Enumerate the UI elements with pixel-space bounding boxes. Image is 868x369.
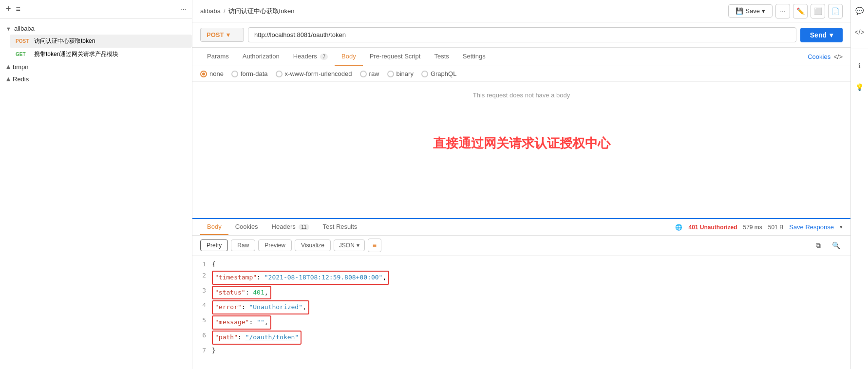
view-button[interactable]: ⬜ xyxy=(811,4,825,18)
save-response-dropdown-icon[interactable]: ▾ xyxy=(840,224,843,230)
more-options-button[interactable]: ··· xyxy=(775,4,790,18)
response-headers-badge: 11 xyxy=(299,224,309,230)
table-row: 3 "status": 401, xyxy=(200,286,843,300)
chevron-icon: ▼ xyxy=(6,26,11,32)
radio-urlencoded-label: x-www-form-urlencoded xyxy=(285,70,352,77)
collection-name: bmpn xyxy=(13,63,29,71)
collection-name: alibaba xyxy=(14,25,35,32)
tab-authorization[interactable]: Authorization xyxy=(236,48,286,66)
response-tab-cookies[interactable]: Cookies xyxy=(228,219,265,235)
chat-icon[interactable]: 💬 xyxy=(853,4,867,18)
item-label: 访问认证中心获取token xyxy=(34,37,95,45)
edit-button[interactable]: ✏️ xyxy=(793,4,808,18)
tab-headers[interactable]: Headers 7 xyxy=(286,48,335,66)
info-icon[interactable]: ℹ xyxy=(853,59,867,73)
no-body-text: This request does not have a body xyxy=(192,82,850,109)
method-dropdown-icon: ▾ xyxy=(226,31,230,38)
doc-button[interactable]: 📄 xyxy=(828,4,843,18)
save-response-link[interactable]: Save Response xyxy=(789,223,834,231)
tab-body[interactable]: Body xyxy=(335,48,363,66)
method-label: POST xyxy=(207,31,224,38)
save-button[interactable]: 💾 Save ▾ xyxy=(728,4,773,18)
json-format-label: JSON xyxy=(339,242,355,249)
table-row: 2 "timestamp": "2021-08-18T08:12:59.808+… xyxy=(200,271,843,285)
headers-badge: 7 xyxy=(320,54,328,60)
url-input[interactable] xyxy=(248,27,796,42)
table-row: 4 "error": "Unauthorized", xyxy=(200,300,843,314)
radio-graphql[interactable]: GraphQL xyxy=(421,70,456,77)
code-snippet-icon[interactable]: </> xyxy=(853,25,867,39)
collection-redis-header[interactable]: ▶ Redis xyxy=(0,73,192,85)
save-label: Save xyxy=(745,7,760,15)
format-raw-button[interactable]: Raw xyxy=(231,240,255,251)
breadcrumb-collection: alibaba xyxy=(200,7,221,15)
chevron-icon: ▶ xyxy=(5,77,11,81)
radio-dot-raw xyxy=(360,71,367,77)
filter-icon[interactable]: ≡ xyxy=(16,5,20,14)
radio-dot-graphql xyxy=(421,71,428,77)
tab-pre-request-script[interactable]: Pre-request Script xyxy=(363,48,428,66)
breadcrumb: alibaba / 访问认证中心获取token xyxy=(200,7,724,16)
radio-binary-label: binary xyxy=(396,70,414,77)
lightbulb-icon[interactable]: 💡 xyxy=(853,80,867,94)
top-bar-actions: 💾 Save ▾ ··· ✏️ ⬜ 📄 xyxy=(728,4,843,18)
response-tab-headers[interactable]: Headers 11 xyxy=(265,219,316,235)
method-badge-post: POST xyxy=(16,38,31,44)
response-tabs-bar: Body Cookies Headers 11 Test Results 🌐 4… xyxy=(192,219,850,236)
filter-icon: ≡ xyxy=(373,241,377,249)
radio-urlencoded[interactable]: x-www-form-urlencoded xyxy=(276,70,352,77)
more-icon: ··· xyxy=(780,7,786,15)
doc-icon: 📄 xyxy=(831,7,840,15)
top-bar: alibaba / 访问认证中心获取token 💾 Save ▾ ··· ✏️ … xyxy=(192,0,850,22)
sidebar-more-icon[interactable]: ··· xyxy=(181,5,186,13)
save-icon: 💾 xyxy=(736,7,743,15)
request-row: POST ▾ Send ▾ xyxy=(192,22,850,48)
radio-none[interactable]: none xyxy=(200,70,224,77)
collection-bmpn-header[interactable]: ▶ bmpn xyxy=(0,61,192,73)
breadcrumb-title: 访问认证中心获取token xyxy=(228,7,295,16)
table-row: 7 } xyxy=(200,346,843,356)
radio-form-data[interactable]: form-data xyxy=(231,70,268,77)
overlay-text: 直接通过网关请求认证授权中心 xyxy=(433,135,610,152)
collection-alibaba: ▼ alibaba POST 访问认证中心获取token GET 携带token… xyxy=(0,22,192,61)
send-dropdown-icon: ▾ xyxy=(830,31,833,39)
edit-icon: ✏️ xyxy=(796,7,805,15)
response-size: 501 B xyxy=(768,224,783,231)
format-preview-button[interactable]: Preview xyxy=(258,240,292,251)
json-format-select[interactable]: JSON ▾ xyxy=(334,240,365,251)
copy-button[interactable]: ⧉ xyxy=(811,239,825,252)
method-badge-get: GET xyxy=(16,52,31,57)
tab-params[interactable]: Params xyxy=(200,48,236,66)
code-icon[interactable]: </> xyxy=(833,53,843,60)
breadcrumb-separator: / xyxy=(224,7,226,15)
item-label: 携带token通过网关请求产品模块 xyxy=(34,50,118,58)
view-icon: ⬜ xyxy=(814,7,822,15)
divider xyxy=(851,49,868,49)
send-button[interactable]: Send ▾ xyxy=(800,28,843,42)
format-pretty-button[interactable]: Pretty xyxy=(200,240,228,251)
collection-bmpn: ▶ bmpn xyxy=(0,61,192,73)
radio-raw[interactable]: raw xyxy=(360,70,379,77)
tab-tests[interactable]: Tests xyxy=(427,48,455,66)
response-tab-test-results[interactable]: Test Results xyxy=(316,219,364,235)
radio-binary[interactable]: binary xyxy=(387,70,414,77)
sidebar-header: + ≡ ··· xyxy=(0,0,192,18)
response-meta: 🌐 401 Unauthorized 579 ms 501 B Save Res… xyxy=(675,223,843,231)
format-visualize-button[interactable]: Visualize xyxy=(295,240,331,251)
filter-response-button[interactable]: ≡ xyxy=(368,239,381,252)
add-collection-icon[interactable]: + xyxy=(6,4,11,14)
collection-alibaba-header[interactable]: ▼ alibaba xyxy=(0,22,192,35)
globe-icon: 🌐 xyxy=(675,224,682,231)
tab-settings[interactable]: Settings xyxy=(456,48,492,66)
search-button[interactable]: 🔍 xyxy=(829,239,843,252)
radio-form-data-label: form-data xyxy=(241,70,268,77)
radio-raw-label: raw xyxy=(369,70,379,77)
json-viewer: 1 { 2 "timestamp": "2021-08-18T08:12:59.… xyxy=(192,256,850,369)
cookies-link[interactable]: Cookies xyxy=(808,53,830,60)
response-tab-body[interactable]: Body xyxy=(200,219,228,235)
request-body-area: This request does not have a body 直接通过网关… xyxy=(192,82,850,218)
table-row: 1 { xyxy=(200,259,843,270)
method-select[interactable]: POST ▾ xyxy=(200,28,244,42)
list-item[interactable]: GET 携带token通过网关请求产品模块 xyxy=(10,48,192,61)
list-item[interactable]: POST 访问认证中心获取token xyxy=(10,35,192,48)
